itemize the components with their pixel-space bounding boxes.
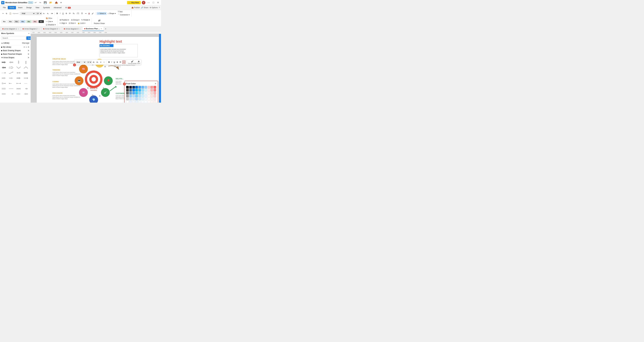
- color-cyanblue[interactable]: [138, 89, 141, 91]
- tab-arrow-diagram-4[interactable]: Arrow diagram 4 ✕: [62, 27, 82, 31]
- size-button[interactable]: ⊡ Size ▾: [68, 22, 76, 25]
- color-lightblue4[interactable]: [135, 98, 138, 100]
- save-button[interactable]: 💾: [43, 1, 48, 4]
- mini-font-color-button[interactable]: A: [122, 61, 126, 64]
- menu-advanced[interactable]: Advanced: [52, 6, 63, 9]
- tab-arrow-diagram-1[interactable]: arrow diagram 1 ✕: [0, 27, 21, 31]
- color-iceblue4[interactable]: [138, 101, 141, 103]
- arrow-shape-right[interactable]: [1, 60, 7, 65]
- mini-grow-button[interactable]: A↑: [92, 61, 96, 63]
- color-iceblue6[interactable]: [144, 101, 147, 103]
- color-mistyrose[interactable]: [150, 92, 153, 94]
- arrow-shape-left2[interactable]: [1, 65, 7, 70]
- color-paleblue[interactable]: [144, 86, 147, 89]
- arrow-shape-double-r[interactable]: [16, 92, 22, 96]
- align-shapes-button[interactable]: ⊨ Align ▾: [59, 22, 68, 25]
- my-library-item[interactable]: ▶ My Library ✏ + ✕: [0, 45, 30, 49]
- mini-align-button[interactable]: ≡: [100, 61, 102, 64]
- arrow-shape-connector-right[interactable]: [23, 86, 29, 91]
- color-iceblue3[interactable]: [135, 101, 138, 103]
- buy-now-button[interactable]: 🛒 Buy Now: [127, 1, 141, 4]
- color-rosewhite2[interactable]: [150, 95, 153, 97]
- color-cornblue[interactable]: [129, 92, 132, 94]
- style-3[interactable]: Abc: [14, 20, 19, 23]
- arrow-shape-flag[interactable]: [1, 86, 7, 91]
- color-red[interactable]: [154, 86, 156, 89]
- color-darkblue[interactable]: [132, 86, 135, 89]
- connector-tool-button[interactable]: ⌒ Connector ▾: [117, 13, 130, 17]
- style-5[interactable]: Abc: [26, 20, 32, 23]
- align-button[interactable]: ≡▾: [50, 12, 54, 15]
- arrow-shape-right-thick[interactable]: [23, 71, 29, 75]
- menu-file[interactable]: File: [1, 6, 8, 9]
- manage-library-button[interactable]: Manage: [22, 42, 30, 44]
- arrow-shape-down[interactable]: [16, 60, 22, 65]
- mini-italic-button[interactable]: I: [111, 61, 112, 64]
- color-blue[interactable]: [135, 86, 138, 89]
- style-1[interactable]: Abc: [2, 20, 7, 23]
- close-button[interactable]: ✕: [156, 1, 160, 4]
- mini-options-button[interactable]: ⋯: [102, 61, 106, 64]
- lock-button[interactable]: 🔒 Lock ▾: [77, 22, 86, 25]
- edit-library-button[interactable]: ✏: [24, 46, 25, 48]
- user-avatar[interactable]: C: [142, 1, 145, 5]
- color-lighterblue[interactable]: [142, 86, 144, 89]
- copy-button[interactable]: ⧉: [5, 12, 8, 15]
- color-dodgerblue[interactable]: [132, 92, 135, 94]
- color-skyblue[interactable]: [135, 89, 138, 91]
- mini-font-size[interactable]: 14: [86, 61, 92, 64]
- rotate-button[interactable]: ↻ Rotate ▾: [80, 19, 91, 21]
- tab-close-5[interactable]: ✕: [101, 28, 102, 30]
- select-tool-button[interactable]: ⊹ Select ▾: [96, 12, 106, 15]
- arrow-shape-dotted-right[interactable]: [1, 71, 7, 75]
- cut-button[interactable]: ✂: [2, 12, 5, 15]
- color-rosewhite3[interactable]: [154, 98, 156, 100]
- close-basic-flowchart[interactable]: ✕: [28, 53, 30, 55]
- color-darkgray[interactable]: [126, 89, 129, 91]
- color-icyblue[interactable]: [144, 95, 147, 97]
- color-pink[interactable]: [150, 89, 153, 91]
- tab-business-plan[interactable]: Business Plan ... ✕: [82, 27, 104, 31]
- color-lightred[interactable]: [150, 86, 153, 89]
- arrow-shape-chevron-up[interactable]: [23, 65, 29, 70]
- publish-button[interactable]: 📤 Publish: [132, 7, 140, 9]
- color-lavenderblush[interactable]: [148, 92, 150, 94]
- replace-shape-button[interactable]: ⇄ Replace Shape: [93, 19, 106, 25]
- format-painter-button[interactable]: 🖌 Format Painter: [128, 60, 137, 64]
- menu-home[interactable]: Home: [8, 6, 16, 9]
- mini-strikethrough-button[interactable]: S: [116, 61, 118, 64]
- redo-button[interactable]: ↪: [38, 1, 42, 4]
- line-button[interactable]: — Line ▾: [45, 20, 56, 23]
- tab-arrow-diagram-3[interactable]: Arrow Diagram 3 ✕: [42, 27, 62, 31]
- color-lightblue[interactable]: [138, 86, 141, 89]
- indent-button[interactable]: ⇥: [84, 12, 87, 15]
- subscript-button[interactable]: X₂: [72, 12, 76, 15]
- canvas-container[interactable]: Highlight text BLOGGING Lorem ipsum dolo…: [31, 34, 161, 103]
- popup-close-button[interactable]: ✕: [155, 83, 156, 85]
- color-gray[interactable]: [126, 92, 129, 94]
- color-silver[interactable]: [126, 95, 129, 97]
- color-snowy[interactable]: [148, 95, 150, 97]
- color-powderblue[interactable]: [138, 95, 141, 97]
- group-button[interactable]: ⊟ Group ▾: [70, 19, 80, 21]
- color-deepsky[interactable]: [135, 92, 138, 94]
- mini-shrink-button[interactable]: A↓: [96, 61, 99, 63]
- menu-symbols[interactable]: Symbols: [42, 6, 52, 9]
- add-tab-button[interactable]: +: [104, 27, 108, 31]
- arrow-shape-blockright[interactable]: [16, 76, 22, 80]
- tab-close-4[interactable]: ✕: [79, 28, 80, 30]
- color-lightblue5[interactable]: [138, 98, 141, 100]
- basic-drawing-shapes-item[interactable]: ▶ Basic Drawing Shapes ✕: [0, 49, 30, 52]
- color-whitepink[interactable]: [148, 98, 150, 100]
- fill-button[interactable]: 🎨 Fill ▾: [45, 17, 56, 20]
- arrow-shape-dash-both[interactable]: [23, 81, 29, 86]
- tab-close-1[interactable]: ✕: [18, 28, 19, 30]
- superscript-button[interactable]: X²: [68, 12, 72, 15]
- color-palered[interactable]: [148, 86, 150, 89]
- color-black[interactable]: [126, 86, 129, 89]
- arrow-shape-left[interactable]: [8, 60, 14, 65]
- arrow-shape-dotted[interactable]: [8, 86, 14, 91]
- color-lightdodger[interactable]: [132, 95, 135, 97]
- style-7[interactable]: Abc: [38, 20, 44, 23]
- undo-button[interactable]: ↩: [34, 1, 38, 4]
